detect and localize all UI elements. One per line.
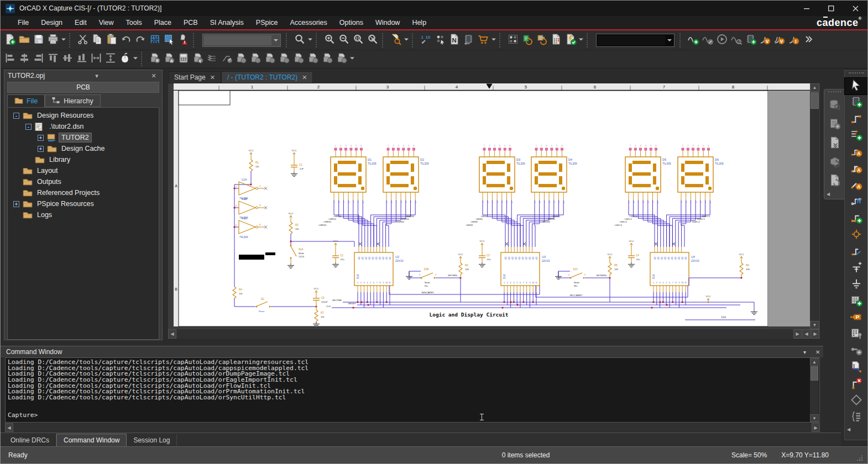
export-deck-button[interactable]: [824, 134, 845, 153]
cut-button[interactable]: [76, 33, 90, 48]
drag-mode-button[interactable]: [176, 33, 191, 48]
tree-item-outputs[interactable]: Outputs: [8, 176, 159, 187]
document-sync-button[interactable]: [824, 172, 845, 191]
scroll-right-icon[interactable]: ▶: [793, 329, 802, 339]
distribute-horizontally-button[interactable]: [89, 51, 103, 67]
paste-button[interactable]: [104, 33, 119, 48]
place-bus-button[interactable]: A: [845, 161, 868, 177]
tree-item-design-cache[interactable]: +Design Cache: [8, 143, 159, 154]
footprint-pads-button[interactable]: [506, 33, 520, 48]
select-arrow-button[interactable]: [845, 78, 868, 94]
sim-profile-combobox[interactable]: [596, 34, 674, 47]
dropdown-caret-button[interactable]: [490, 33, 497, 48]
place-power-button[interactable]: [845, 227, 868, 244]
place-off-page-connector-button[interactable]: [845, 360, 868, 376]
selection-filter-button[interactable]: [162, 33, 176, 48]
place-net-group-button[interactable]: N: [845, 194, 868, 210]
generate-part-button[interactable]: [320, 51, 334, 67]
expand-icon[interactable]: +: [38, 146, 44, 152]
output-tab-command-window[interactable]: Command Window: [56, 434, 127, 446]
netlist-verify-button[interactable]: [291, 51, 306, 67]
place-auto-wire-button[interactable]: [845, 128, 868, 144]
back-annotate-button[interactable]: [433, 33, 447, 48]
wire-stubs-button[interactable]: [205, 51, 219, 67]
menu-edit[interactable]: Edit: [69, 17, 93, 28]
undo-button[interactable]: [119, 33, 133, 48]
output-tab-online-drcs[interactable]: Online DRCs: [4, 434, 56, 446]
place-bus-entry-button[interactable]: A: [845, 177, 868, 194]
expand-icon[interactable]: +: [13, 201, 19, 207]
tab-close-icon[interactable]: ✕: [210, 74, 215, 81]
cmd-close-icon[interactable]: ✕: [815, 349, 820, 355]
new-simulation-profile-button[interactable]: [686, 33, 700, 48]
menu-window[interactable]: Window: [369, 17, 406, 28]
expand-icon[interactable]: +: [38, 135, 44, 141]
current-marker-button[interactable]: I: [787, 33, 801, 48]
minimize-button[interactable]: [794, 1, 819, 16]
place-text-button[interactable]: [845, 409, 868, 426]
place-power-symbol-button[interactable]: [845, 260, 868, 277]
align-bottom-button[interactable]: [75, 51, 89, 67]
select-components-button[interactable]: [191, 51, 205, 67]
cmd-menu-chevron-icon[interactable]: ▾: [803, 349, 806, 355]
menu-options[interactable]: Options: [333, 17, 369, 28]
align-center-horizontal-button[interactable]: [17, 51, 32, 67]
place-pin-button[interactable]: [845, 244, 868, 260]
no-connect-batch-button[interactable]: [148, 51, 162, 67]
tree-item-logs[interactable]: Logs: [8, 209, 159, 220]
tree-item-layout[interactable]: Layout: [8, 165, 159, 176]
tree-item-tutor2[interactable]: +TUTOR2: [8, 132, 159, 143]
annotate-button[interactable]: 101: [419, 33, 433, 48]
update-cache-button[interactable]: [520, 33, 535, 48]
palette-grip[interactable]: [849, 72, 864, 76]
netlist-back-button[interactable]: [248, 51, 263, 67]
wire-fanout-button[interactable]: [219, 51, 234, 67]
copy-button[interactable]: [90, 33, 104, 48]
menu-tools[interactable]: Tools: [120, 17, 148, 28]
panel-close-icon[interactable]: ✕: [149, 72, 159, 80]
place-part-button[interactable]: [845, 94, 868, 111]
edit-part-properties-button[interactable]: [306, 51, 320, 67]
collapse-icon[interactable]: -: [25, 124, 32, 130]
cross-reference-button[interactable]: [462, 33, 476, 48]
close-button[interactable]: [843, 1, 867, 16]
tree-item--tutor2-dsn[interactable]: -.\tutor2.dsn: [8, 121, 159, 132]
panel-tab-file[interactable]: File: [7, 94, 45, 107]
dropdown-caret-button[interactable]: [132, 51, 139, 67]
open-design-button[interactable]: [17, 33, 32, 48]
netlist-remove-button[interactable]: [263, 51, 277, 67]
console-horizontal-scrollbar[interactable]: ◀ ▶: [5, 423, 820, 432]
place-part-table-button[interactable]: [845, 293, 868, 310]
part-calculator-button[interactable]: [176, 51, 191, 67]
update-properties-button[interactable]: [535, 33, 549, 48]
canvas-horizontal-scrollbar[interactable]: ◀ ▶ ◀ ▶: [168, 329, 819, 339]
menu-help[interactable]: Help: [406, 17, 432, 28]
scroll-left-icon[interactable]: ◀: [168, 329, 176, 339]
console-vertical-scrollbar[interactable]: ▲ ▼: [810, 358, 819, 422]
dropdown-caret-button[interactable]: [349, 51, 355, 67]
page-next-icon[interactable]: ▶: [811, 329, 819, 339]
palette-collapse-icon[interactable]: ◀: [845, 426, 868, 433]
place-pspice-component-button[interactable]: [744, 33, 758, 48]
menu-place[interactable]: Place: [148, 17, 177, 28]
place-net-alias-button[interactable]: A: [845, 144, 868, 161]
auto-reference-button[interactable]: A: [162, 51, 176, 67]
create-netlist-button[interactable]: N: [447, 33, 462, 48]
panel-tab-hierarchy[interactable]: Hierarchy: [45, 94, 101, 107]
place-hierarchical-block-button[interactable]: [845, 326, 868, 343]
menu-design[interactable]: Design: [35, 17, 69, 28]
document-tab-1[interactable]: / - (TUTOR2 : TUTOR2)✕: [221, 71, 313, 83]
dropdown-caret-button[interactable]: [307, 33, 313, 48]
console-scroll-up-icon[interactable]: ▲: [810, 358, 819, 366]
menu-view[interactable]: View: [93, 17, 120, 28]
console-vscroll-thumb[interactable]: [811, 366, 818, 381]
tab-close-icon[interactable]: ✕: [302, 74, 307, 81]
bill-of-materials-button[interactable]: [549, 33, 563, 48]
package-sync-button[interactable]: [824, 153, 845, 172]
netlist-report-button[interactable]: [277, 51, 291, 67]
place-ground-button[interactable]: [845, 277, 868, 293]
console-scroll-right-icon[interactable]: ▶: [812, 423, 820, 432]
command-console[interactable]: Loading D:/Cadence/tools/capture/tclscri…: [5, 357, 820, 423]
align-right-button[interactable]: [32, 51, 46, 67]
output-tab-session-log[interactable]: Session Log: [127, 434, 177, 446]
